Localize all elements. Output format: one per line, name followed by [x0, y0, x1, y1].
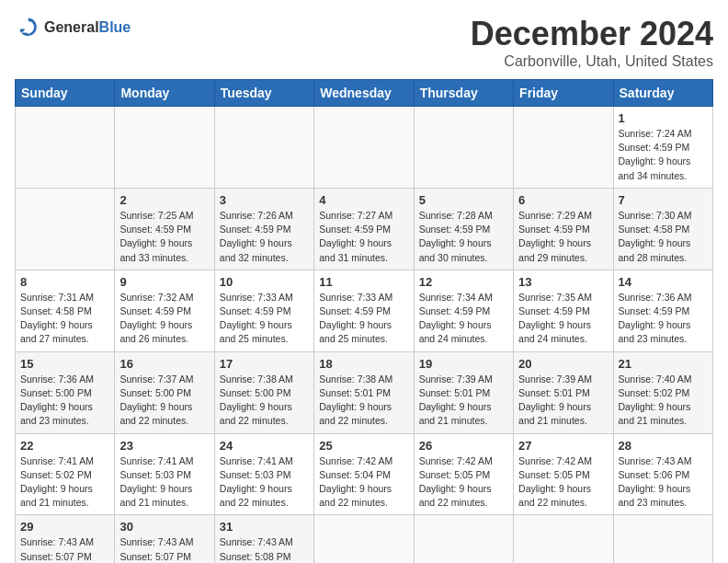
calendar-day-11: 11Sunrise: 7:33 AMSunset: 4:59 PMDayligh… [314, 270, 414, 351]
calendar-header-thursday: Thursday [414, 80, 513, 107]
calendar-day-19: 19Sunrise: 7:39 AMSunset: 5:01 PMDayligh… [414, 351, 513, 433]
title-area: December 2024 Carbonville, Utah, United … [471, 15, 713, 70]
calendar-body: 1Sunrise: 7:24 AMSunset: 4:59 PMDaylight… [16, 107, 713, 564]
logo: GeneralBlue [15, 15, 131, 40]
empty-cell [314, 107, 414, 189]
calendar-day-10: 10Sunrise: 7:33 AMSunset: 4:59 PMDayligh… [214, 270, 313, 351]
calendar-day-16: 16Sunrise: 7:37 AMSunset: 5:00 PMDayligh… [115, 351, 214, 433]
empty-cell [115, 107, 214, 189]
calendar-table: SundayMondayTuesdayWednesdayThursdayFrid… [15, 79, 713, 563]
page-header: GeneralBlue December 2024 Carbonville, U… [15, 15, 713, 70]
calendar-day-5: 5Sunrise: 7:28 AMSunset: 4:59 PMDaylight… [414, 188, 513, 270]
calendar-day-28: 28Sunrise: 7:43 AMSunset: 5:06 PMDayligh… [613, 433, 712, 515]
calendar-day-13: 13Sunrise: 7:35 AMSunset: 4:59 PMDayligh… [514, 270, 613, 351]
calendar-day-18: 18Sunrise: 7:38 AMSunset: 5:01 PMDayligh… [314, 351, 414, 433]
calendar-day-15: 15Sunrise: 7:36 AMSunset: 5:00 PMDayligh… [16, 351, 115, 433]
empty-cell [514, 107, 613, 189]
calendar-header-row: SundayMondayTuesdayWednesdayThursdayFrid… [16, 80, 713, 107]
svg-rect-0 [15, 15, 40, 40]
calendar-day-25: 25Sunrise: 7:42 AMSunset: 5:04 PMDayligh… [314, 433, 414, 515]
calendar-day-4: 4Sunrise: 7:27 AMSunset: 4:59 PMDaylight… [314, 188, 414, 270]
calendar-day-29: 29Sunrise: 7:43 AMSunset: 5:07 PMDayligh… [16, 515, 115, 563]
calendar-day-8: 8Sunrise: 7:31 AMSunset: 4:58 PMDaylight… [16, 270, 115, 351]
calendar-day-27: 27Sunrise: 7:42 AMSunset: 5:05 PMDayligh… [514, 433, 613, 515]
calendar-day-7: 7Sunrise: 7:30 AMSunset: 4:58 PMDaylight… [613, 188, 712, 270]
calendar-day-2: 2Sunrise: 7:25 AMSunset: 4:59 PMDaylight… [115, 188, 214, 270]
logo-general: General [44, 19, 99, 35]
empty-cell [414, 107, 513, 189]
calendar-day-6: 6Sunrise: 7:29 AMSunset: 4:59 PMDaylight… [514, 188, 613, 270]
empty-cell [16, 188, 115, 270]
calendar-header-wednesday: Wednesday [314, 80, 414, 107]
calendar-day-31: 31Sunrise: 7:43 AMSunset: 5:08 PMDayligh… [214, 515, 313, 563]
calendar-day-20: 20Sunrise: 7:39 AMSunset: 5:01 PMDayligh… [514, 351, 613, 433]
calendar-header-sunday: Sunday [16, 80, 115, 107]
calendar-day-12: 12Sunrise: 7:34 AMSunset: 4:59 PMDayligh… [414, 270, 513, 351]
calendar-day-14: 14Sunrise: 7:36 AMSunset: 4:59 PMDayligh… [613, 270, 712, 351]
empty-cell [214, 107, 313, 189]
logo-blue: Blue [99, 19, 131, 35]
calendar-day-30: 30Sunrise: 7:43 AMSunset: 5:07 PMDayligh… [115, 515, 214, 563]
calendar-day-22: 22Sunrise: 7:41 AMSunset: 5:02 PMDayligh… [16, 433, 115, 515]
calendar-day-26: 26Sunrise: 7:42 AMSunset: 5:05 PMDayligh… [414, 433, 513, 515]
logo-icon [15, 15, 40, 40]
calendar-day-1: 1Sunrise: 7:24 AMSunset: 4:59 PMDaylight… [613, 107, 712, 189]
calendar-header-friday: Friday [514, 80, 613, 107]
empty-cell [16, 107, 115, 189]
empty-cell [514, 515, 613, 563]
location-title: Carbonville, Utah, United States [471, 53, 713, 70]
month-title: December 2024 [471, 15, 713, 53]
calendar-day-3: 3Sunrise: 7:26 AMSunset: 4:59 PMDaylight… [214, 188, 313, 270]
calendar-day-21: 21Sunrise: 7:40 AMSunset: 5:02 PMDayligh… [613, 351, 712, 433]
calendar-day-23: 23Sunrise: 7:41 AMSunset: 5:03 PMDayligh… [115, 433, 214, 515]
empty-cell [613, 515, 712, 563]
calendar-header-saturday: Saturday [613, 80, 712, 107]
calendar-day-24: 24Sunrise: 7:41 AMSunset: 5:03 PMDayligh… [214, 433, 313, 515]
calendar-header-tuesday: Tuesday [214, 80, 313, 107]
calendar-day-9: 9Sunrise: 7:32 AMSunset: 4:59 PMDaylight… [115, 270, 214, 351]
empty-cell [414, 515, 513, 563]
calendar-day-17: 17Sunrise: 7:38 AMSunset: 5:00 PMDayligh… [214, 351, 313, 433]
empty-cell [314, 515, 414, 563]
calendar-header-monday: Monday [115, 80, 214, 107]
